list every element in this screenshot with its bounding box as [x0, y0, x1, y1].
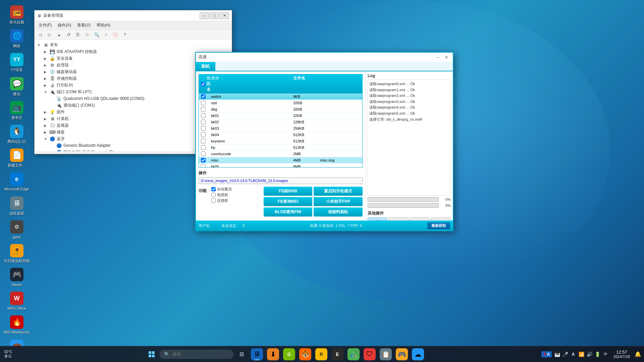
partition-row-bk03[interactable]: bk03 256KB: [199, 125, 362, 132]
fb-query-mei-btn[interactable]: FB查询MEI: [264, 197, 313, 206]
partition-row-countrycode[interactable]: countrycode 2MB: [199, 151, 362, 157]
toolbar-properties[interactable]: ☰: [73, 31, 82, 39]
partition-row-ssd[interactable]: ssd 32KB: [199, 100, 362, 106]
menu-action[interactable]: 操作(A): [55, 22, 74, 29]
toolbar-refresh[interactable]: ↺: [64, 31, 73, 39]
tree-root[interactable]: ▼ 🖥 李车: [37, 42, 230, 48]
toolbar-back[interactable]: ◁: [36, 31, 45, 39]
desktop-icon-steam[interactable]: 🎮 Steam: [2, 266, 32, 289]
menu-file[interactable]: 文件(F): [36, 22, 54, 29]
keep-data-flash-btn[interactable]: 保留料刷机: [314, 207, 363, 217]
row-frp-checkbox[interactable]: [201, 145, 206, 150]
row-bk03-checkbox[interactable]: [201, 126, 206, 131]
tray-keyboard-icon[interactable]: 🎹: [554, 351, 560, 358]
toolbar-disable[interactable]: 🚫: [111, 31, 120, 39]
desktop-icon-sunflower[interactable]: 🌻 向日葵远程控制: [2, 242, 32, 265]
tray-volume-icon[interactable]: 🔊: [586, 351, 593, 358]
partition-row-switch[interactable]: switch 9KB: [199, 94, 362, 100]
partition-row-frp[interactable]: frp 512KB: [199, 144, 362, 151]
desktop-icon-newfile[interactable]: 📄 新建文件...: [2, 146, 32, 170]
partition-scroll[interactable]: switch 9KB ssd 32KB dbg: [199, 94, 362, 167]
row-ssd-checkbox[interactable]: [201, 101, 206, 105]
clock-area[interactable]: 12:57 2024/7/28: [611, 350, 633, 359]
xiaomi-frp-btn[interactable]: 小米助手FRP: [314, 197, 363, 206]
partition-row-bk01[interactable]: bk01 32KB: [199, 113, 362, 119]
row-keystore-checkbox[interactable]: [201, 139, 206, 143]
taskbar-app-ddu[interactable]: 📋: [378, 348, 393, 361]
blob-query-fmi-btn[interactable]: BLOB查询FMI: [264, 207, 313, 217]
desktop-icon-microsoft-edge[interactable]: e Microsoft Edge: [2, 170, 32, 193]
taskbar-app-fishing[interactable]: 🎣: [346, 348, 361, 361]
row-bk01-checkbox[interactable]: [201, 113, 206, 118]
menu-view[interactable]: 查看(V): [74, 22, 93, 29]
desktop-icon-yy[interactable]: YY YY语音: [2, 51, 32, 74]
row-countrycode-checkbox[interactable]: [201, 152, 206, 156]
flash-close-btn[interactable]: ✕: [443, 54, 450, 60]
weather-widget[interactable]: 32°C 多云: [3, 349, 14, 359]
desktop-icon-msi[interactable]: 🔥 MSI Afterburner: [2, 313, 32, 337]
no-auth-checkbox[interactable]: 免授权: [211, 192, 261, 197]
desktop-icon-network[interactable]: 🌐 网络: [2, 27, 32, 50]
desktop-icon-wechat[interactable]: 💬 微信: [2, 75, 32, 98]
desktop-icon-himalaya[interactable]: 📻 喜马拉雅: [2, 3, 32, 26]
taskbar-app-huoshao[interactable]: 🛡: [362, 348, 377, 361]
taskbar-app-epic[interactable]: E: [330, 348, 345, 361]
tray-battery-icon[interactable]: 🔋: [594, 351, 601, 358]
ime-indicator[interactable]: S A: [541, 351, 552, 357]
partition-row-dbg[interactable]: dbg 32KB: [199, 106, 362, 113]
flash-tab-main[interactable]: 刷机: [196, 62, 215, 71]
toolbar-scan[interactable]: 🔍: [92, 31, 101, 39]
search-input[interactable]: [172, 352, 226, 357]
operation-path-input[interactable]: [199, 178, 362, 184]
partition-row-bk04[interactable]: bk04 512KB: [199, 132, 362, 138]
toolbar-up[interactable]: ▴: [55, 31, 63, 39]
close-button[interactable]: ✕: [220, 12, 229, 19]
toolbar-forward[interactable]: ▷: [45, 31, 54, 39]
flash-minimize-btn[interactable]: ─: [434, 54, 441, 60]
select-all-checkbox[interactable]: [201, 82, 205, 86]
partition-row-misc[interactable]: misc 4MB misc.img: [199, 157, 362, 164]
desktop-icon-geek[interactable]: ⚙ geek: [2, 218, 32, 241]
notification-icon[interactable]: 🔔: [635, 351, 641, 358]
search-bar[interactable]: 🔍: [160, 350, 233, 359]
toolbar-remove[interactable]: ✕: [102, 31, 110, 39]
desktop-icon-remote[interactable]: 🖥 远程桌面: [2, 194, 32, 218]
row-bk04-checkbox[interactable]: [201, 132, 206, 137]
taskbar-app-rockstar[interactable]: R: [314, 348, 329, 361]
partition-row-keystore[interactable]: keystore 512KB: [199, 138, 362, 144]
row-switch-checkbox[interactable]: [201, 94, 206, 99]
desktop-icon-wps[interactable]: W WPS Office: [2, 290, 32, 313]
fb-flash-9008-btn[interactable]: FB刷9008: [264, 187, 313, 196]
taskbar-app-internet-download[interactable]: ⬇: [266, 348, 280, 361]
taskbar-app-geforce[interactable]: G: [282, 348, 297, 361]
refresh-btn[interactable]: 最新获取: [427, 222, 450, 229]
only-auth-checkbox[interactable]: 仅授权: [211, 198, 261, 203]
toolbar-update[interactable]: ⚙: [83, 31, 92, 39]
start-button[interactable]: [145, 348, 158, 361]
tray-microphone-icon[interactable]: 🎤: [562, 351, 569, 358]
taskbar-app-pubg[interactable]: 🎮: [394, 348, 409, 361]
minimize-button[interactable]: ─: [200, 12, 209, 19]
menu-help[interactable]: 帮助(H): [94, 22, 113, 29]
tray-wifi-icon[interactable]: 📶: [578, 351, 585, 358]
desktop-icon-qq[interactable]: 🐧 腾讯QQ (2): [2, 123, 32, 146]
progress-bar-2: 0%: [368, 203, 451, 208]
partition-row-bk05[interactable]: bk05 8MB: [199, 164, 362, 167]
reboot-normal-btn[interactable]: 重启到开机模式: [314, 187, 363, 196]
toolbar-help[interactable]: ?: [120, 31, 129, 39]
partition-row-bk02[interactable]: bk02 128KB: [199, 119, 362, 125]
taskbar-app-tiger[interactable]: 🐯: [298, 348, 313, 361]
maximize-button[interactable]: □: [210, 12, 219, 19]
tray-language-icon[interactable]: A: [570, 351, 577, 358]
taskbar-app-device-manager[interactable]: 🖥: [250, 348, 264, 361]
row-dbg-checkbox[interactable]: [201, 107, 206, 112]
row-bk05-checkbox[interactable]: [201, 164, 206, 167]
auto-restart-checkbox[interactable]: 自动重启: [211, 187, 261, 192]
log-content[interactable]: 读取rawprogram0.xml ... Ok 读取rawprogram1.x…: [368, 79, 451, 196]
row-misc-checkbox[interactable]: [201, 158, 206, 163]
tray-language2-icon[interactable]: 中: [602, 351, 609, 358]
row-bk02-checkbox[interactable]: [201, 120, 206, 124]
desktop-icon-aiqiyi[interactable]: 📺 爱奇艺: [2, 99, 32, 122]
taskbar-app-baidu[interactable]: ☁: [411, 348, 425, 361]
task-view-button[interactable]: ⊟: [235, 348, 248, 361]
